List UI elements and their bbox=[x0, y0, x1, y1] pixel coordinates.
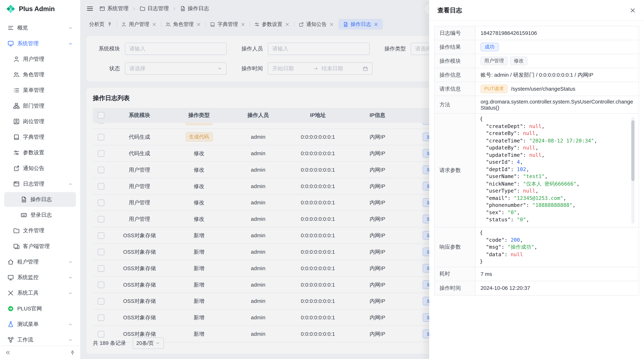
sidebar-item-租户管理[interactable]: 租户管理 bbox=[4, 254, 76, 269]
drawer-header: 查看日志 bbox=[429, 0, 644, 21]
logo-icon bbox=[6, 4, 16, 14]
client-icon bbox=[13, 243, 20, 250]
sliders-icon bbox=[13, 149, 20, 156]
detail-value: 账号: admin / 研发部门 / 0:0:0:0:0:0:0:1 / 内网I… bbox=[476, 68, 639, 82]
window-icon bbox=[13, 181, 20, 187]
sidebar-item-客户端管理[interactable]: 客户端管理 bbox=[4, 239, 76, 254]
login-icon bbox=[20, 212, 27, 219]
detail-label: 响应参数 bbox=[434, 227, 476, 267]
chevron-down-icon bbox=[68, 260, 73, 264]
home-icon bbox=[7, 259, 14, 265]
chevron-down-icon bbox=[68, 291, 73, 295]
detail-row-request: 请求信息 PUT请求 /system/user/changeStatus bbox=[434, 82, 639, 96]
sidebar-item-测试菜单[interactable]: 测试菜单 bbox=[4, 317, 76, 332]
log-detail-drawer: 查看日志 日志编号 1842781986426159106 操作结果 成功 操作… bbox=[429, 0, 644, 359]
detail-row-module: 操作模块 用户管理 修改 bbox=[434, 54, 639, 68]
detail-value: 用户管理 修改 bbox=[476, 54, 639, 68]
detail-label: 操作信息 bbox=[434, 68, 476, 82]
sidebar-item-通知公告[interactable]: 通知公告 bbox=[4, 161, 76, 176]
sidebar-item-登录日志[interactable]: 登录日志 bbox=[4, 208, 76, 223]
detail-label: 请求信息 bbox=[434, 82, 476, 96]
sidebar-item-系统管理[interactable]: 系统管理 bbox=[4, 36, 76, 51]
app-window: 系统管理日志管理操作日志 分析页用户管理角色管理字典管理参数设置通知公告操作日志… bbox=[0, 0, 644, 359]
doc-icon bbox=[20, 196, 27, 203]
share-icon bbox=[13, 165, 20, 172]
tree-icon bbox=[13, 103, 20, 109]
test-icon bbox=[7, 321, 14, 328]
detail-value: 2024-10-06 12:20:37 bbox=[476, 281, 639, 295]
sidebar-item-用户管理[interactable]: 用户管理 bbox=[4, 52, 76, 66]
chevron-down-icon bbox=[68, 338, 73, 342]
detail-label: 耗时 bbox=[434, 267, 476, 281]
module-badge: 修改 bbox=[510, 57, 527, 65]
sidebar-item-系统工具[interactable]: 系统工具 bbox=[4, 286, 76, 301]
list-icon bbox=[13, 87, 20, 94]
detail-label: 操作时间 bbox=[434, 281, 476, 295]
app-logo[interactable]: Plus Admin bbox=[0, 0, 80, 18]
app-title: Plus Admin bbox=[19, 5, 55, 13]
detail-row-resp-params: 响应参数 { "code": 200, "msg": "操作成功", "data… bbox=[434, 227, 639, 267]
status-badge: 成功 bbox=[480, 43, 498, 51]
system-icon bbox=[7, 40, 14, 47]
sidebar-item-日志管理[interactable]: 日志管理 bbox=[4, 176, 76, 191]
sidebar-item-工作流[interactable]: 工作流 bbox=[4, 333, 76, 346]
sidebar-item-文件管理[interactable]: 文件管理 bbox=[4, 223, 76, 238]
overview-icon bbox=[7, 25, 14, 31]
book-icon bbox=[13, 134, 20, 140]
sidebar-item-概览[interactable]: 概览 bbox=[4, 20, 76, 35]
detail-label: 日志编号 bbox=[434, 26, 476, 40]
chevron-down-icon bbox=[68, 25, 73, 30]
sidebar-item-字典管理[interactable]: 字典管理 bbox=[4, 130, 76, 145]
http-method-badge: PUT请求 bbox=[480, 84, 508, 93]
pin-sidebar-icon[interactable] bbox=[70, 350, 75, 355]
log-details-table: 日志编号 1842781986426159106 操作结果 成功 操作模块 用户… bbox=[434, 26, 639, 295]
request-params-json[interactable]: { "createDept": null, "createBy": null, … bbox=[480, 115, 635, 225]
monitor-icon bbox=[7, 274, 14, 281]
detail-label: 方法 bbox=[434, 96, 476, 113]
user-icon bbox=[13, 56, 20, 62]
sidebar-item-PLUS官网[interactable]: PLUS官网 bbox=[4, 301, 76, 316]
sidebar-item-系统监控[interactable]: 系统监控 bbox=[4, 270, 76, 285]
sidebar-item-参数设置[interactable]: 参数设置 bbox=[4, 145, 76, 160]
collapse-sidebar-icon[interactable] bbox=[5, 350, 11, 356]
detail-value: 1842781986426159106 bbox=[476, 26, 639, 40]
sidebar-item-部门管理[interactable]: 部门管理 bbox=[4, 98, 76, 113]
detail-row-time: 操作时间 2024-10-06 12:20:37 bbox=[434, 281, 639, 295]
detail-value: org.dromara.system.controller.system.Sys… bbox=[476, 96, 639, 113]
request-url: /system/user/changeStatus bbox=[511, 86, 575, 92]
folder-icon bbox=[13, 227, 20, 234]
detail-row-method: 方法 org.dromara.system.controller.system.… bbox=[434, 96, 639, 114]
sidebar-item-菜单管理[interactable]: 菜单管理 bbox=[4, 83, 76, 98]
module-badge: 用户管理 bbox=[480, 57, 508, 65]
detail-label: 操作结果 bbox=[434, 40, 476, 54]
drawer-title: 查看日志 bbox=[438, 6, 462, 14]
tools-icon bbox=[7, 290, 14, 297]
detail-row-req-params: 请求参数 { "createDept": null, "createBy": n… bbox=[434, 114, 639, 227]
globe-icon bbox=[7, 305, 14, 312]
detail-row-duration: 耗时 7 ms bbox=[434, 267, 639, 281]
sidebar-item-岗位管理[interactable]: 岗位管理 bbox=[4, 114, 76, 129]
sidebar-menu: 概览系统管理用户管理角色管理菜单管理部门管理岗位管理字典管理参数设置通知公告日志… bbox=[0, 18, 80, 346]
response-params-json: { "code": 200, "msg": "操作成功", "data": nu… bbox=[480, 229, 538, 265]
sidebar: Plus Admin 概览系统管理用户管理角色管理菜单管理部门管理岗位管理字典管… bbox=[0, 0, 80, 359]
sidebar-item-角色管理[interactable]: 角色管理 bbox=[4, 67, 76, 82]
detail-value: 成功 bbox=[476, 40, 639, 54]
workflow-icon bbox=[7, 337, 14, 343]
detail-label: 请求参数 bbox=[434, 114, 476, 227]
detail-row-log-id: 日志编号 1842781986426159106 bbox=[434, 26, 639, 40]
chevron-down-icon bbox=[68, 322, 73, 327]
detail-row-result: 操作结果 成功 bbox=[434, 40, 639, 54]
users-icon bbox=[13, 71, 20, 78]
close-icon[interactable] bbox=[630, 7, 636, 13]
detail-value: { "createDept": null, "createBy": null, … bbox=[476, 114, 639, 227]
chevron-up-icon bbox=[68, 182, 73, 186]
detail-row-info: 操作信息 账号: admin / 研发部门 / 0:0:0:0:0:0:0:1 … bbox=[434, 68, 639, 82]
detail-label: 操作模块 bbox=[434, 54, 476, 68]
sidebar-footer bbox=[0, 346, 80, 359]
chevron-down-icon bbox=[68, 275, 73, 280]
scrollbar-track[interactable] bbox=[631, 117, 634, 224]
scrollbar-thumb[interactable] bbox=[631, 120, 634, 181]
chevron-up-icon bbox=[68, 41, 73, 46]
badge-user-icon bbox=[13, 118, 20, 125]
sidebar-item-操作日志[interactable]: 操作日志 bbox=[4, 192, 76, 207]
